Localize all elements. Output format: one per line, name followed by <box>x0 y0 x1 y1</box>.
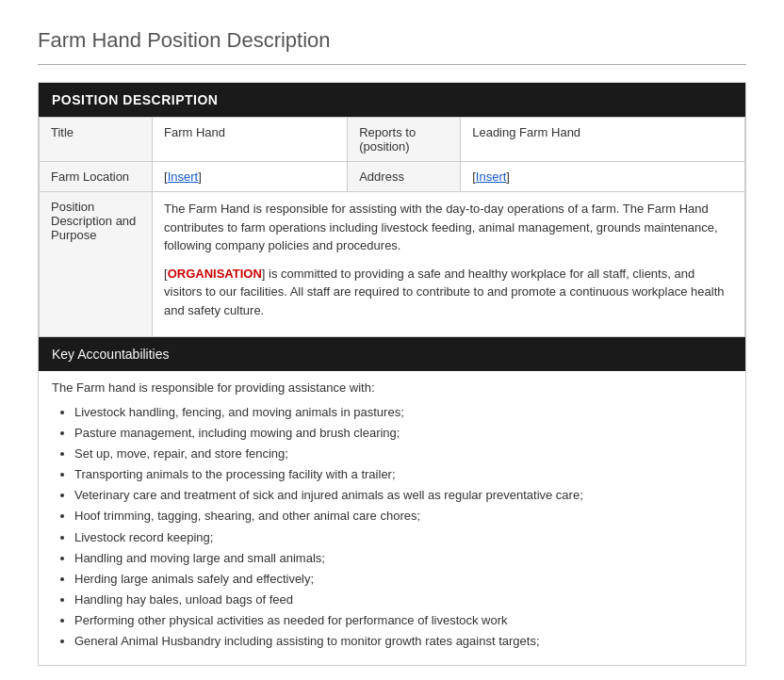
accountabilities-list: Livestock handling, fencing, and moving … <box>52 402 732 652</box>
list-item: Veterinary care and treatment of sick an… <box>74 485 732 506</box>
farm-location-label: Farm Location <box>40 162 153 192</box>
list-item: Set up, move, repair, and store fencing; <box>74 444 732 464</box>
info-table: Title Farm Hand Reports to (position) Le… <box>39 117 745 337</box>
list-item: Herding large animals safely and effecti… <box>74 569 732 590</box>
address-value: [Insert] <box>461 162 745 192</box>
list-item: General Animal Husbandry including assis… <box>74 631 732 652</box>
pos-desc-para1: The Farm Hand is responsible for assisti… <box>164 200 733 255</box>
reports-to-value: Leading Farm Hand <box>461 118 745 162</box>
accountabilities-body: The Farm hand is responsible for providi… <box>39 371 745 665</box>
list-item: Livestock record keeping; <box>74 527 732 548</box>
pos-desc-para2: [ORGANISATION] is committed to providing… <box>164 265 733 320</box>
document-container: POSITION DESCRIPTION Title Farm Hand Rep… <box>38 82 746 666</box>
reports-to-label: Reports to (position) <box>348 118 461 162</box>
address-insert[interactable]: Insert <box>476 170 507 184</box>
key-accountabilities-header: Key Accountabilities <box>39 337 745 371</box>
list-item: Pasture management, including mowing and… <box>74 423 732 444</box>
organisation-text: ORGANISATION <box>168 267 262 281</box>
pos-desc-value: The Farm Hand is responsible for assisti… <box>153 192 745 337</box>
pos-desc-label: Position Description and Purpose <box>40 192 153 337</box>
position-description-header: POSITION DESCRIPTION <box>39 83 745 117</box>
list-item: Transporting animals to the processing f… <box>74 464 732 485</box>
page-title: Farm Hand Position Description <box>38 28 746 53</box>
accountabilities-intro: The Farm hand is responsible for providi… <box>52 380 732 395</box>
pos-desc-row: Position Description and Purpose The Far… <box>40 192 745 337</box>
list-item: Performing other physical activities as … <box>74 610 732 631</box>
list-item: Handling and moving large and small anim… <box>74 548 732 569</box>
list-item: Hoof trimming, tagging, shearing, and ot… <box>74 506 732 526</box>
title-value: Farm Hand <box>153 118 348 162</box>
list-item: Handling hay bales, unload bags of feed <box>74 590 732 610</box>
address-label: Address <box>348 162 461 192</box>
title-row: Title Farm Hand Reports to (position) Le… <box>40 118 745 162</box>
title-label: Title <box>40 118 153 162</box>
list-item: Livestock handling, fencing, and moving … <box>74 402 732 423</box>
farm-location-value: [Insert] <box>153 162 348 192</box>
divider <box>38 64 746 65</box>
farm-location-row: Farm Location [Insert] Address [Insert] <box>40 162 745 192</box>
farm-location-insert[interactable]: Insert <box>168 170 199 184</box>
